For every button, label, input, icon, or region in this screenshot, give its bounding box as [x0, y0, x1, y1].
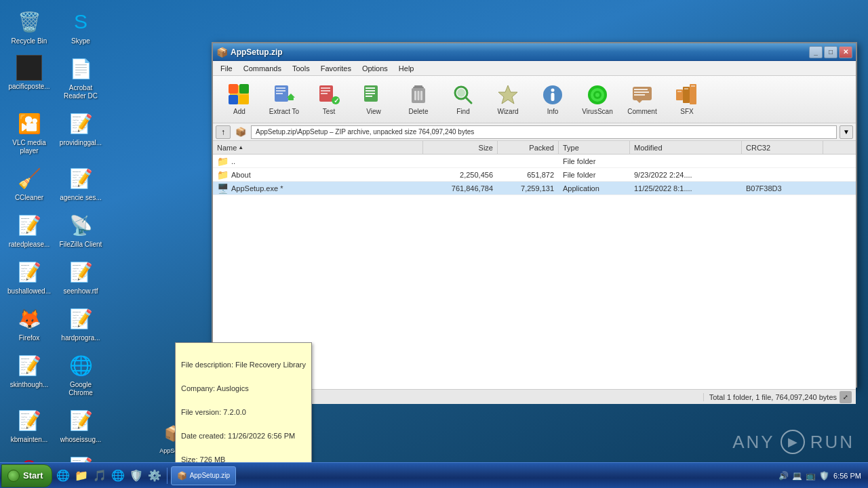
desktop-icon-skinthough[interactable]: 📝 skinthough... [5, 350, 53, 399]
toolbar-comment-button[interactable]: Comment [621, 80, 663, 119]
svg-rect-4 [239, 95, 249, 104]
sort-arrow-icon: ▲ [238, 144, 243, 150]
seenhow-icon: 📝 [67, 258, 94, 285]
vlc-label: VLC media player [7, 139, 51, 155]
add-label: Add [233, 108, 245, 115]
desktop-icon-recycle-bin[interactable]: 🗑️ Recycle Bin [5, 6, 53, 47]
maximize-button[interactable]: □ [824, 46, 837, 58]
file-cell-name-appsetup: 🖥️ AppSetup.exe * [213, 182, 423, 195]
desktop-icon-seenhow[interactable]: 📝 seenhow.rtf [57, 256, 104, 298]
desktop-icon-chrome[interactable]: 🌐 Google Chrome [57, 350, 104, 399]
firefox-icon: 🦊 [16, 305, 43, 332]
svg-rect-25 [414, 91, 416, 100]
status-resize-icon[interactable]: ⤢ [840, 391, 852, 403]
tray-network-icon[interactable]: 💻 [791, 470, 802, 481]
toolbar-view-button[interactable]: View [353, 80, 395, 119]
svg-rect-49 [691, 85, 695, 87]
pacificposte-label: pacificposte... [8, 83, 50, 91]
col-header-modified[interactable]: Modified [630, 141, 742, 154]
file-cell-name-about: 📁 About [213, 168, 423, 182]
col-header-size[interactable]: Size [423, 141, 498, 154]
taskbar-media-icon[interactable]: 🎵 [92, 468, 108, 484]
menu-tools[interactable]: Tools [287, 63, 315, 74]
menu-options[interactable]: Options [357, 63, 393, 74]
desktop-icon-kbmainte[interactable]: 📝 kbmainten... [5, 405, 53, 446]
file-row-appsetup[interactable]: 🖥️ AppSetup.exe * 761,846,784 7,259,131 … [213, 182, 856, 195]
toolbar-info-button[interactable]: Info [532, 80, 574, 119]
pacificposte-icon [16, 55, 42, 81]
file-row-parent[interactable]: 📁 .. File folder [213, 155, 856, 168]
taskbar-winrar-icon: 📦 [177, 471, 187, 481]
desktop-icon-agencies[interactable]: 📝 agencie ses... [57, 163, 104, 204]
start-orb-icon [7, 470, 20, 482]
start-button[interactable]: Start [1, 464, 52, 487]
close-button[interactable]: ✕ [839, 46, 852, 58]
anyrun-play-icon: ▶ [781, 430, 805, 454]
svg-marker-31 [498, 85, 517, 104]
tooltip-line-1: File description: File Recovery Library [181, 359, 306, 371]
toolbar-delete-button[interactable]: Delete [397, 80, 439, 119]
address-input[interactable]: AppSetup.zip\AppSetup – ZIP archive, unp… [251, 125, 837, 139]
comment-icon [631, 84, 653, 106]
toolbar-add-button[interactable]: Add [218, 80, 260, 119]
toolbar-wizard-button[interactable]: Wizard [487, 80, 529, 119]
col-header-packed[interactable]: Packed [498, 141, 559, 154]
file-row-about[interactable]: 📁 About 2,250,456 651,872 File folder 9/… [213, 168, 856, 182]
tray-display-icon[interactable]: 📺 [805, 470, 816, 481]
desktop-icon-ccleaner[interactable]: 🧹 CCleaner [5, 163, 53, 204]
taskbar-chrome-quick-icon[interactable]: 🌐 [110, 468, 126, 484]
tray-security-icon[interactable]: 🛡️ [818, 470, 829, 481]
extract-label: Extract To [269, 108, 299, 115]
tray-volume-icon[interactable]: 🔊 [778, 470, 789, 481]
toolbar: Add Extract To [213, 76, 856, 123]
agencies-label: agencie ses... [60, 194, 102, 202]
acrobat-icon: 📄 [67, 55, 94, 82]
menu-favorites[interactable]: Favorites [315, 63, 357, 74]
menu-file[interactable]: File [215, 63, 238, 74]
desktop-icon-bushallowed[interactable]: 📝 bushallowed... [5, 256, 53, 298]
menu-help[interactable]: Help [393, 63, 420, 74]
file-cell-crc-parent [742, 160, 823, 163]
desktop-icon-pacificposte[interactable]: pacificposte... [5, 53, 53, 102]
desktop-icon-whoseissug[interactable]: 📝 whoseissug... [57, 405, 104, 446]
toolbar-sfx-button[interactable]: SFX [666, 80, 708, 119]
taskbar-middle: 📦 AppSetup.zip [167, 466, 771, 485]
desktop-icon-acrobat[interactable]: 📄 Acrobat Reader DC [57, 53, 104, 102]
toolbar-find-button[interactable]: Find [442, 80, 484, 119]
chrome-label: Google Chrome [59, 381, 102, 397]
desktop-icon-filezilla[interactable]: 📡 FileZilla Client [57, 209, 104, 251]
svg-rect-26 [418, 91, 420, 100]
svg-rect-23 [414, 85, 422, 87]
desktop-icon-ratedplease[interactable]: 📝 ratedplease... [5, 209, 53, 251]
filezilla-icon: 📡 [67, 211, 94, 239]
desktop-icon-skype[interactable]: S Skype [57, 6, 104, 47]
svg-rect-18 [366, 87, 375, 89]
col-header-crc[interactable]: CRC32 [742, 141, 823, 154]
desktop-icon-providinggal[interactable]: 📝 providinggal... [57, 108, 104, 157]
address-dropdown-button[interactable]: ▼ [840, 125, 853, 139]
col-header-name[interactable]: Name ▲ [213, 141, 423, 154]
col-header-type[interactable]: Type [559, 141, 630, 154]
status-right: Total 1 folder, 1 file, 764,097,240 byte… [704, 393, 837, 401]
svg-marker-43 [637, 100, 642, 103]
desktop-icon-firefox[interactable]: 🦊 Firefox [5, 303, 53, 344]
taskbar-control-icon[interactable]: ⚙️ [146, 468, 163, 484]
providinggal-label: providinggal... [60, 139, 102, 147]
acrobat-label: Acrobat Reader DC [59, 84, 102, 100]
tray-icons: 🔊 💻 📺 🛡️ [778, 470, 829, 481]
toolbar-extract-button[interactable]: Extract To [263, 80, 305, 119]
taskbar-ie-icon[interactable]: 🌐 [55, 468, 71, 484]
taskbar-folder-icon[interactable]: 📁 [73, 468, 90, 484]
toolbar-test-button[interactable]: ✓ Test [308, 80, 350, 119]
desktop-icon-hardprogra[interactable]: 📝 hardprogra... [57, 303, 104, 344]
skinthough-label: skinthough... [10, 381, 49, 389]
taskbar-avast-icon[interactable]: 🛡️ [128, 468, 144, 484]
menu-commands[interactable]: Commands [238, 63, 287, 74]
taskbar-winrar-button[interactable]: 📦 AppSetup.zip [171, 466, 237, 485]
toolbar-virusscan-button[interactable]: VirusScan [576, 80, 618, 119]
svg-rect-1 [229, 84, 238, 94]
minimize-button[interactable]: _ [809, 46, 823, 58]
back-button[interactable]: ↑ [216, 125, 231, 139]
file-cell-crc-appsetup: B07F38D3 [742, 183, 823, 194]
desktop-icon-vlc[interactable]: 🎦 VLC media player [5, 108, 53, 157]
